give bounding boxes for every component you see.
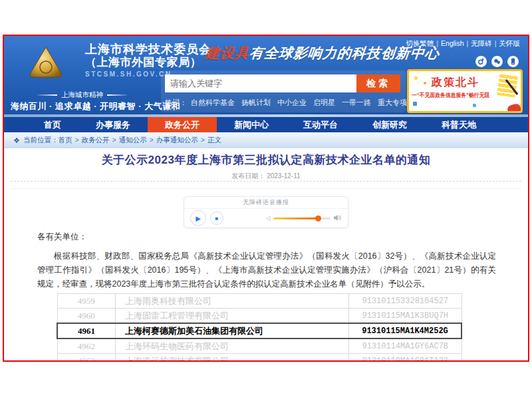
breadcrumb-item-1[interactable]: 首页 <box>58 136 72 144</box>
salutation: 各有关单位： <box>37 231 87 243</box>
audio-controls: ▶ ■ ◁ <box>184 209 348 227</box>
date-label: 发布日期： <box>231 172 265 180</box>
article-date: 发布日期： 2023-12-11 <box>4 172 528 181</box>
confetti-decor <box>414 76 418 80</box>
breadcrumb-marker-icon: ❖ <box>13 136 20 145</box>
cell-company: 上海柯赛德斯加美石油集团有限公司 <box>116 323 349 338</box>
weibo-icon[interactable] <box>475 56 487 67</box>
nav-item-5[interactable]: 互动平台 <box>286 117 355 132</box>
article-content: 关于公示2023年度上海市第三批拟认定高新技术企业名单的通知 发布日期： 202… <box>4 148 528 360</box>
policy-beidou-banner[interactable]: 政策北斗 一“不见面政务信息服务”畅行无阻 <box>407 69 523 113</box>
hotword-4[interactable]: 启明星 <box>313 98 335 106</box>
banner-subtitle: 一“不见面政务信息服务”畅行无阻 <box>412 92 489 100</box>
breadcrumb-separator: > <box>74 136 78 144</box>
date-value: 2023-12-11 <box>267 172 300 180</box>
slogan-calligraphy: 建设具有全球影响力的科技创新中心 <box>205 44 441 63</box>
hotword-6[interactable]: 重大专项 <box>378 98 407 106</box>
hand-icon <box>507 103 522 113</box>
cell-serial: 4963 <box>57 354 116 362</box>
top-link-3[interactable]: 无障碍 <box>471 39 492 47</box>
breadcrumb-separator: > <box>112 136 116 144</box>
nav-item-6[interactable]: 创新研究 <box>355 117 424 132</box>
search-button[interactable]: 检索 <box>356 74 400 92</box>
stop-icon[interactable]: ■ <box>210 211 223 225</box>
cell-serial: 4962 <box>57 338 116 354</box>
org-name-line2: （上海市外国专家局） <box>85 56 211 68</box>
volume-fill <box>273 217 319 219</box>
breadcrumb-separator: > <box>201 136 205 144</box>
cell-code: 91310115MA1K3BUQ7H <box>349 309 462 324</box>
breadcrumb-path: 首页>政务公开>通知公示>办事通知公示>正文 <box>58 136 221 145</box>
header-bottom-strip <box>4 114 528 117</box>
social-icons <box>475 56 519 67</box>
top-link-2[interactable]: English <box>441 39 464 47</box>
table-row: 4963上海道远检测技术有限公司91310110MA1G81T123 <box>57 354 462 362</box>
audio-player: 无障碍语音播报 ▶ ■ ◁ <box>184 196 348 228</box>
cell-serial: 4960 <box>57 309 116 324</box>
cell-company: 上海固雷工程管理有限公司 <box>116 309 349 324</box>
note-paper-icon <box>497 74 518 98</box>
hotword-2[interactable]: 扬帆计划 <box>241 98 271 106</box>
table-row: 4959上海雨奥科技有限公司913101153328164527 <box>57 294 462 309</box>
spirit-label-row: 上海城市精神 <box>14 90 150 100</box>
top-link-separator: | <box>495 39 497 47</box>
play-icon[interactable]: ▶ <box>190 210 206 226</box>
page-frame: 上海市科学技术委员会 （上海市外国专家局） STCSM.SH.GOV.CN 建设… <box>3 35 529 362</box>
table-row: 4961上海柯赛德斯加美石油集团有限公司91310115MA1K4M252G <box>57 323 462 338</box>
hotword-5[interactable]: 一带一路 <box>342 98 371 106</box>
breadcrumb-item-3[interactable]: 通知公示 <box>119 136 147 144</box>
hotword-3[interactable]: 中小企业 <box>277 98 307 106</box>
faint-divider <box>11 188 521 189</box>
cell-company: 上海道远检测技术有限公司 <box>116 354 349 362</box>
confetti-decor <box>413 102 417 106</box>
nav-item-4[interactable]: 新闻中心 <box>217 117 286 132</box>
top-link-separator: | <box>436 39 438 47</box>
spirit-label: 上海城市精神 <box>61 90 103 100</box>
mobile-icon[interactable] <box>507 56 519 67</box>
body-paragraph: 根据科技部、财政部、国家税务总局《高新技术企业认定管理办法》（国科发火〔2016… <box>37 249 496 291</box>
breadcrumb: ❖ 当前位置： 首页>政务公开>通知公示>办事通知公示>正文 <box>4 132 528 148</box>
table-row: 4962上海环码生物医药有限公司91310114MA1GY6AC7B <box>57 338 462 354</box>
cell-serial: 4959 <box>57 294 116 309</box>
nav-item-1[interactable]: 首页 <box>27 117 78 132</box>
cell-company: 上海雨奥科技有限公司 <box>116 294 349 309</box>
top-utility-links: 切换繁體|English|无障碍|关怀版 <box>406 39 520 49</box>
company-table: 4959上海雨奥科技有限公司9131011533281645274960上海固雷… <box>57 293 462 362</box>
nav-item-7[interactable]: 科普天地 <box>424 117 493 132</box>
nav-item-2[interactable]: 办事服务 <box>78 117 148 132</box>
breadcrumb-label: 当前位置： <box>23 136 59 145</box>
volume-high-icon <box>334 212 342 224</box>
top-link-1[interactable]: 切换繁體 <box>406 39 434 47</box>
site-header: 上海市科学技术委员会 （上海市外国专家局） STCSM.SH.GOV.CN 建设… <box>4 36 528 117</box>
volume-low-icon: ◁ <box>266 215 271 221</box>
cell-code: 913101153328164527 <box>349 294 462 309</box>
cell-serial: 4961 <box>57 323 116 338</box>
wechat-icon[interactable] <box>491 56 503 67</box>
top-link-4[interactable]: 关怀版 <box>499 39 521 47</box>
company-table-body: 4959上海雨奥科技有限公司9131011533281645274960上海固雷… <box>57 294 462 362</box>
table-row: 4960上海固雷工程管理有限公司91310115MA1K3BUQ7H <box>57 309 462 324</box>
volume-knob[interactable] <box>315 215 321 221</box>
main-nav: 首页办事服务政务公开新闻中心互动平台创新研究科普天地 <box>4 117 528 132</box>
banner-title: 政策北斗 <box>432 76 479 90</box>
nav-item-3[interactable]: 政务公开 <box>148 117 217 132</box>
spirit-text: 海纳百川 · 追求卓越 · 开明睿智 · 大气谦和 <box>11 100 180 112</box>
confetti-decor <box>424 82 426 84</box>
hotword-1[interactable]: 自然科学基金 <box>191 98 235 106</box>
org-name-line1: 上海市科学技术委员会 <box>85 43 211 56</box>
breadcrumb-item-2[interactable]: 政务公开 <box>82 136 110 144</box>
breadcrumb-item-4[interactable]: 办事通知公示 <box>156 136 198 144</box>
hotwords-row: 热词：自然科学基金扬帆计划中小企业启明星一带一路重大专项 <box>165 98 414 108</box>
top-link-separator: | <box>467 39 469 47</box>
cell-code: 91310115MA1K4M252G <box>349 323 462 338</box>
hotwords-label: 热词： <box>165 98 187 106</box>
cell-company: 上海环码生物医药有限公司 <box>116 338 349 354</box>
confetti-decor <box>473 104 476 107</box>
search-input[interactable] <box>165 74 356 92</box>
breadcrumb-item-5: 正文 <box>207 136 221 144</box>
cell-code: 91310110MA1G81T123 <box>349 354 462 362</box>
dotted-divider <box>11 181 521 182</box>
gov-seal-logo-icon <box>28 45 64 82</box>
volume-slider[interactable] <box>273 217 331 219</box>
slogan-red-part: 建设具 <box>205 45 251 61</box>
